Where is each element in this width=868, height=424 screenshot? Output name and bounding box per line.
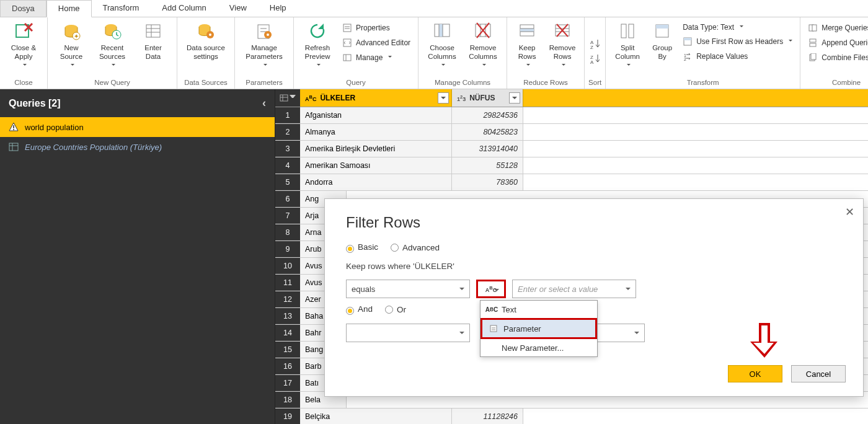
sort-asc-button[interactable]: AZ <box>589 38 601 50</box>
svg-rect-23 <box>343 39 351 46</box>
row-index: 17 <box>275 375 300 391</box>
and-radio[interactable]: And <box>346 304 373 315</box>
or-radio[interactable]: Or <box>385 305 406 314</box>
remove-columns-icon <box>473 21 493 41</box>
basic-radio[interactable]: Basic <box>346 242 378 253</box>
tab-file[interactable]: Dosya <box>0 0 46 17</box>
row-index: 3 <box>275 141 300 157</box>
grid-corner-menu[interactable] <box>275 89 300 107</box>
sort-desc-button[interactable]: ZA <box>589 53 601 64</box>
group-by-button[interactable]: Group By <box>647 19 678 64</box>
row-index: 13 <box>275 308 300 324</box>
replace-values-button[interactable]: 12Replace Values <box>680 50 795 63</box>
data-type-button[interactable]: Data Type: Text <box>680 21 795 33</box>
svg-text:A: A <box>590 60 594 64</box>
ok-button[interactable]: OK <box>728 365 782 382</box>
cell-country: Amerika Birleşik Devletleri <box>300 141 452 157</box>
group-reducerows-label: Reduce Rows <box>511 77 580 89</box>
table-row[interactable]: 2Almanya80425823 <box>275 124 868 141</box>
append-icon <box>808 38 818 48</box>
collapse-pane-button[interactable]: ‹ <box>262 97 266 110</box>
refresh-preview-button[interactable]: Refresh Preview <box>298 19 337 73</box>
split-column-button[interactable]: Split Column <box>609 19 645 73</box>
tab-addcolumn[interactable]: Add Column <box>151 0 218 17</box>
choose-columns-button[interactable]: Choose Columns <box>422 19 462 73</box>
split-column-icon <box>618 21 637 41</box>
operator-select[interactable]: equals <box>346 280 470 298</box>
svg-point-19 <box>267 33 269 36</box>
close-apply-icon <box>14 21 33 41</box>
remove-rows-icon <box>552 21 572 41</box>
svg-text:Z: Z <box>590 45 593 50</box>
tab-home[interactable]: Home <box>46 0 92 17</box>
choose-columns-icon <box>432 21 452 41</box>
column-header-nufus[interactable]: 123 NÜFUS <box>452 89 523 107</box>
data-source-settings-button[interactable]: Data source settings <box>181 19 231 64</box>
operator-select-2[interactable] <box>346 324 470 342</box>
manage-parameters-button[interactable]: Manage Parameters <box>239 19 290 73</box>
group-newquery-label: New Query <box>51 77 173 89</box>
cell-country: Belçika <box>300 409 452 424</box>
table-row[interactable]: 4Amerikan Samoası55128 <box>275 157 868 174</box>
combine-files-button[interactable]: Combine Files <box>805 51 868 64</box>
cell-population: 313914040 <box>452 141 523 157</box>
advanced-editor-icon <box>342 38 352 48</box>
query-label: Europe Countries Population (Türkiye) <box>25 143 162 152</box>
merge-queries-button[interactable]: Merge Queries <box>805 21 868 35</box>
column-filter-button[interactable] <box>438 92 449 104</box>
svg-rect-70 <box>490 325 497 332</box>
query-europe-population[interactable]: Europe Countries Population (Türkiye) <box>0 137 275 157</box>
dialog-close-button[interactable]: ✕ <box>845 205 854 219</box>
tab-view[interactable]: View <box>218 0 259 17</box>
menu-item-text[interactable]: ABCText <box>480 301 597 318</box>
row-index: 12 <box>275 291 300 307</box>
append-queries-button[interactable]: Append Queries <box>805 36 868 50</box>
column-filter-button[interactable] <box>509 92 520 104</box>
query-world-population[interactable]: world population <box>0 117 275 137</box>
tab-help[interactable]: Help <box>259 0 298 17</box>
abc-type-icon: ABC <box>305 94 316 102</box>
value-type-button[interactable]: ABC <box>476 280 506 298</box>
svg-rect-57 <box>812 25 817 31</box>
manage-query-button[interactable]: Manage <box>340 51 413 64</box>
properties-icon <box>342 23 352 33</box>
properties-button[interactable]: Properties <box>340 21 413 35</box>
keep-rows-button[interactable]: Keep Rows <box>511 19 543 73</box>
recent-sources-icon <box>102 21 122 41</box>
table-row[interactable]: 19Belçika11128246 <box>275 409 868 424</box>
menu-item-new-parameter[interactable]: New Parameter... <box>480 339 597 356</box>
parameter-icon <box>489 324 498 333</box>
advanced-radio[interactable]: Advanced <box>391 243 440 252</box>
svg-rect-27 <box>439 24 443 37</box>
column-header-ulkeler[interactable]: ABC ÜLKELER <box>300 89 452 107</box>
tab-transform[interactable]: Transform <box>92 0 151 17</box>
row-index: 15 <box>275 342 300 358</box>
new-source-button[interactable]: ✦ New Source <box>51 19 91 73</box>
annotation-arrow <box>750 322 779 359</box>
first-row-headers-button[interactable]: Use First Row as Headers <box>680 35 795 48</box>
advanced-editor-button[interactable]: Advanced Editor <box>340 36 413 50</box>
enter-data-button[interactable]: Enter Data <box>133 19 173 64</box>
manage-parameters-icon <box>254 21 274 41</box>
table-row[interactable]: 5Andorra78360 <box>275 174 868 191</box>
table-row[interactable]: 1Afganistan29824536 <box>275 107 868 124</box>
close-apply-button[interactable]: Close & Apply <box>4 19 43 73</box>
svg-rect-48 <box>621 24 626 38</box>
group-transform-label: Transform <box>609 77 796 89</box>
recent-sources-button[interactable]: Recent Sources <box>92 19 132 73</box>
svg-point-14 <box>209 33 211 36</box>
remove-rows-button[interactable]: Remove Rows <box>544 19 580 73</box>
refresh-icon <box>308 21 327 41</box>
queries-title: Queries [2] <box>9 98 61 109</box>
number-type-icon: 123 <box>457 94 466 102</box>
table-row[interactable]: 3Amerika Birleşik Devletleri313914040 <box>275 141 868 157</box>
combine-files-icon <box>808 53 818 63</box>
cancel-button[interactable]: Cancel <box>791 365 846 382</box>
svg-rect-36 <box>520 29 534 32</box>
svg-rect-24 <box>343 55 351 61</box>
menu-item-parameter[interactable]: Parameter <box>480 318 597 339</box>
remove-columns-button[interactable]: Remove Columns <box>463 19 503 73</box>
value-type-menu: ABCText Parameter New Parameter... <box>480 300 598 357</box>
value-input[interactable]: Enter or select a value <box>512 280 636 298</box>
group-datasources-label: Data Sources <box>181 77 231 89</box>
